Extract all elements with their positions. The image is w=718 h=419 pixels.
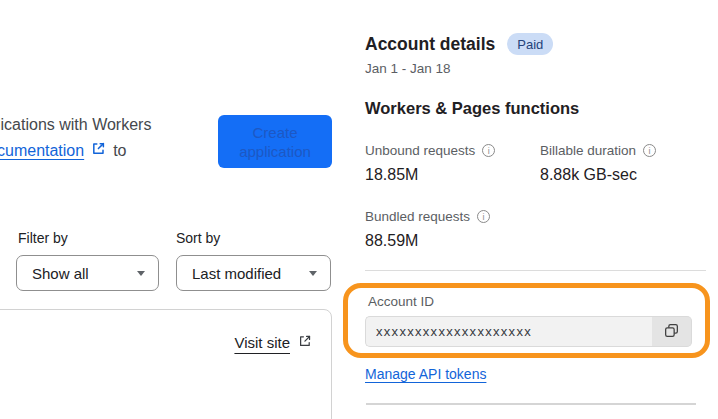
create-application-label-line2: application	[239, 142, 311, 161]
account-id-label: Account ID	[368, 294, 434, 309]
stat-value: 8.88k GB-sec	[540, 166, 656, 184]
intro-text-line2: cumentation to	[0, 141, 127, 160]
copy-button[interactable]	[652, 316, 692, 347]
stat-value: 88.59M	[365, 232, 490, 250]
create-application-button[interactable]: Create application	[218, 115, 332, 168]
info-icon[interactable]	[643, 144, 656, 157]
project-card: Visit site	[0, 309, 332, 419]
intro-text-line1: lications with Workers	[0, 116, 151, 134]
visit-site-label: Visit site	[234, 334, 290, 351]
copy-icon	[663, 322, 680, 342]
documentation-link[interactable]: cumentation	[0, 142, 84, 160]
billing-date-range: Jan 1 - Jan 18	[365, 61, 451, 76]
external-link-icon	[298, 334, 312, 351]
stat-label: Unbound requests	[365, 143, 475, 158]
stat-value: 18.85M	[365, 166, 495, 184]
filter-select-value: Show all	[32, 265, 89, 282]
workers-pages-dashboard: lications with Workers cumentation to Cr…	[0, 0, 718, 419]
visit-site-link[interactable]: Visit site	[234, 334, 312, 351]
stat-label: Bundled requests	[365, 209, 470, 224]
filter-select[interactable]: Show all	[16, 255, 159, 291]
divider	[366, 403, 696, 405]
sort-by-label: Sort by	[176, 230, 220, 246]
chevron-down-icon	[309, 271, 317, 276]
account-id-input[interactable]	[365, 316, 652, 347]
account-details-title: Account details	[365, 34, 495, 55]
divider	[365, 270, 706, 271]
workers-pages-functions-title: Workers & Pages functions	[365, 99, 579, 118]
intro-text-suffix: to	[113, 142, 126, 160]
stat-unbound-requests: Unbound requests 18.85M	[365, 143, 495, 184]
account-details-header: Account details Paid	[365, 33, 553, 55]
info-icon[interactable]	[477, 210, 490, 223]
stat-billable-duration: Billable duration 8.88k GB-sec	[540, 143, 656, 184]
info-icon[interactable]	[482, 144, 495, 157]
paid-plan-badge: Paid	[507, 33, 553, 55]
sort-select[interactable]: Last modified	[176, 255, 331, 291]
stat-label: Billable duration	[540, 143, 636, 158]
filter-by-label: Filter by	[18, 230, 68, 246]
sort-select-value: Last modified	[192, 265, 281, 282]
chevron-down-icon	[137, 271, 145, 276]
manage-api-tokens-link[interactable]: Manage API tokens	[365, 366, 486, 382]
external-link-icon	[91, 141, 106, 160]
stat-bundled-requests: Bundled requests 88.59M	[365, 209, 490, 250]
create-application-label-line1: Create	[252, 123, 297, 142]
account-id-group	[365, 316, 692, 347]
